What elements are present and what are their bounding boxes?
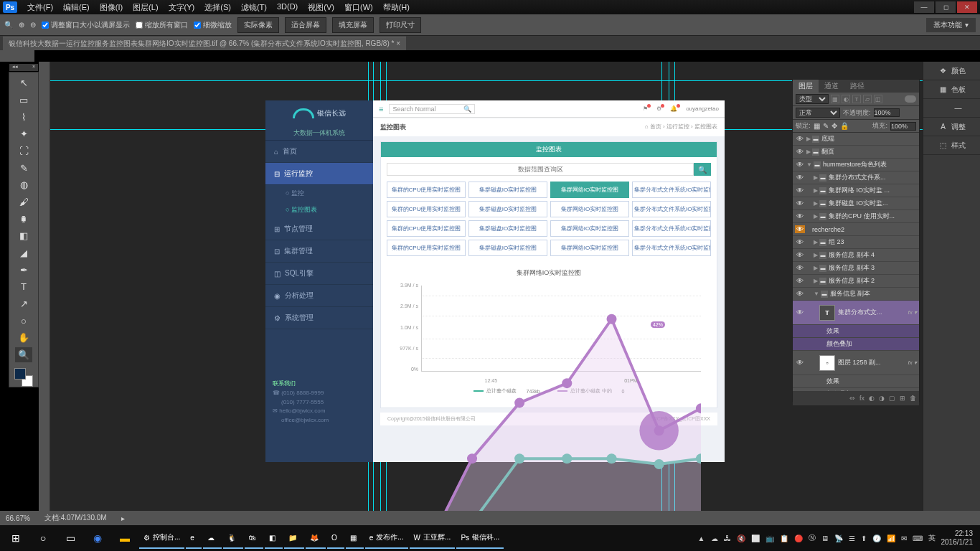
layer-row[interactable]: 👁▶▬服务信息 副本 2 [793,275,919,288]
new-fill-icon[interactable]: ◑ [879,395,885,402]
layer-row[interactable]: 👁▶▬底端 [793,133,919,146]
menu-item[interactable]: 滤镜(T) [237,1,271,14]
wand-tool[interactable]: ✦ [15,126,32,142]
taskbar-task[interactable]: ▦ [346,527,364,549]
layer-mask-icon[interactable]: ◐ [869,395,875,402]
pen-tool[interactable]: ✒ [15,262,32,278]
print-size-button[interactable]: 打印尺寸 [380,17,421,33]
tray-icon[interactable]: Ⓝ [809,533,816,543]
color-swatch[interactable] [14,368,33,387]
opacity-input[interactable] [874,108,900,117]
taskbar-task[interactable]: W王亚辉... [410,527,456,549]
tray-icon[interactable]: 📋 [780,534,788,542]
menu-item[interactable]: 编辑(E) [59,1,94,14]
maximize-button[interactable]: ◻ [936,1,956,13]
taskbar-task[interactable]: 📁 [284,527,304,549]
taskbar-task[interactable]: O [327,527,344,549]
filter-shape-icon[interactable]: ▱ [863,95,872,103]
menu-item[interactable]: 3D(D) [273,1,302,14]
menu-item[interactable]: 图像(I) [95,1,127,14]
tray-icon[interactable]: ⌨ [913,534,923,542]
stamp-tool[interactable]: ⧯ [15,211,32,227]
crop-tool[interactable]: ⛶ [15,143,32,159]
tray-icon[interactable]: 英 [928,533,936,543]
lock-all-icon[interactable]: 🔒 [840,122,849,130]
explorer-icon[interactable]: ▬ [112,527,138,549]
start-button[interactable]: ⊞ [3,527,29,549]
marquee-tool[interactable]: ▭ [15,93,32,108]
menu-item[interactable]: 视图(V) [303,1,339,14]
panel-tab[interactable]: ▦色板 [923,80,980,99]
cortana-icon[interactable]: ○ [30,527,56,549]
menu-item[interactable]: 帮助(H) [379,1,414,14]
panel-tab[interactable]: ❖颜色 [923,62,980,80]
taskbar-task[interactable]: 🦊 [306,527,326,549]
tray-icon[interactable]: 📶 [887,534,895,542]
eyedropper-tool[interactable]: ✎ [15,160,32,176]
chrome-icon[interactable]: ◉ [85,527,110,549]
panel-tab[interactable]: ⬚样式 [923,136,980,155]
minimize-button[interactable]: — [914,1,934,13]
taskbar-task[interactable]: e发布作... [365,527,408,549]
hand-tool[interactable]: ✋ [15,330,32,346]
filter-adjust-icon[interactable]: ◐ [842,95,850,103]
document-tab[interactable]: 银信科技大数据一运行监控服务监控图表集群网络IO实时监控图.tif @ 66.7… [3,37,406,50]
brush-tool[interactable]: 🖌 [15,194,32,210]
layer-row[interactable]: 👁▼▬服务信息 副本 [793,288,919,301]
close-button[interactable]: ✕ [957,1,977,13]
layer-row[interactable]: 👁▶▬服务信息 副本 3 [793,262,919,275]
zoom-tool[interactable]: 🔍 [15,347,32,363]
panel-tab[interactable]: 通道 [819,80,844,93]
taskbar-task[interactable]: Ps银信科... [456,527,504,549]
layer-row[interactable]: 👁▶▬组 23 [793,236,919,249]
menu-item[interactable]: 选择(S) [200,1,235,14]
panel-tab[interactable]: A调整 [923,118,980,136]
tray-icon[interactable]: ⬆ [861,534,867,542]
taskbar-task[interactable]: 🐧 [223,527,243,549]
fit-screen-button[interactable]: 适合屏幕 [285,17,326,33]
lock-pixels-icon[interactable]: ▦ [814,122,820,130]
lasso-tool[interactable]: ⌇ [15,109,32,125]
tray-icon[interactable]: 📺 [765,534,774,542]
tray-icon[interactable]: ▲ [698,534,705,542]
menu-item[interactable]: 图层(L) [128,1,162,14]
layer-row[interactable]: 👁▫图层 1258 副...fx ▾ [793,351,919,375]
tray-icon[interactable]: ⬜ [751,534,760,542]
new-layer-icon[interactable]: ⊞ [900,395,905,402]
lock-pos-icon[interactable]: ✥ [831,122,837,130]
filter-type-icon[interactable]: T [852,95,861,103]
layer-row[interactable]: 👁▶▬集群分布式文件系... [793,171,919,184]
layer-row[interactable]: 👁T集群分布式文...fx ▾ [793,301,919,325]
heal-tool[interactable]: ◍ [15,177,32,193]
taskview-icon[interactable]: ▭ [57,527,83,549]
tray-icon[interactable]: 🔴 [794,534,803,542]
tray-icon[interactable]: 🔇 [737,534,745,542]
actual-pixels-button[interactable]: 实际像素 [237,17,279,33]
scrubby-zoom-checkbox[interactable]: 细微缩放 [194,20,232,30]
zoom-out-icon[interactable]: ⊖ [30,21,36,29]
fill-input[interactable] [890,122,916,131]
panel-tab[interactable]: — [923,99,980,118]
layer-row[interactable]: 👁▶▬集群的CPU 使用实时... [793,210,919,223]
eraser-tool[interactable]: ◧ [15,228,32,244]
layer-row[interactable]: 👁▶▬服务信息 副本 4 [793,249,919,262]
layer-row[interactable]: 效果 [793,325,919,338]
taskbar-task[interactable]: e [186,527,202,549]
lock-paint-icon[interactable]: ✎ [823,122,829,130]
blend-mode-select[interactable]: 正常 [796,108,840,118]
gradient-tool[interactable]: ◢ [15,245,32,261]
layer-list[interactable]: 👁▶▬底端👁▶▬翻页👁▼▬hummerstore角色列表👁▶▬集群分布式文件系.… [793,133,919,391]
menu-item[interactable]: 文字(Y) [164,1,199,14]
taskbar-clock[interactable]: 22:132016/1/21 [941,529,974,547]
resize-window-checkbox[interactable]: 调整窗口大小以满屏显示 [42,20,130,30]
filter-pixel-icon[interactable]: ▦ [831,95,839,103]
shape-tool[interactable]: ○ [15,313,32,329]
tray-icon[interactable]: 🕖 [872,534,881,542]
delete-layer-icon[interactable]: 🗑 [910,395,916,402]
filter-smart-icon[interactable]: ◫ [874,95,882,103]
move-tool[interactable]: ↖ [15,75,32,91]
tray-icon[interactable]: ☁ [711,534,718,542]
type-tool[interactable]: T [15,279,32,295]
taskbar-task[interactable]: ⚙控制台... [139,527,184,549]
menu-item[interactable]: 文件(F) [23,1,57,14]
